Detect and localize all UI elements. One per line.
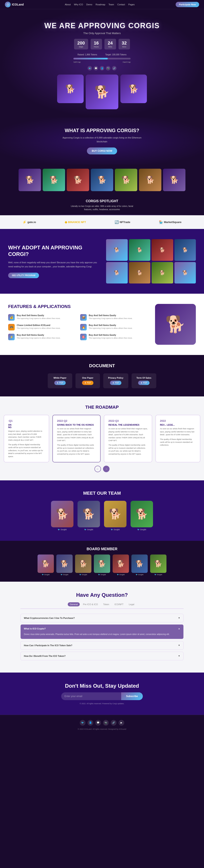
roadmap-q3-label: 2022-Q3 [108, 419, 148, 422]
board-member-3: 🐕 🐦 Dorgbit [75, 555, 91, 576]
nftrade-icon: 🔄 [115, 220, 119, 224]
roadmap-q4-extra: The quality of these digital membership … [160, 438, 196, 447]
footer-facebook[interactable]: 📘 [88, 720, 93, 726]
doc-onepaper-btn[interactable]: ⬇ PDF [82, 381, 94, 385]
doc-privacy-btn-label: PDF [115, 382, 119, 384]
team-twitter-handle-4: Dorgbit [140, 529, 146, 531]
team-title: MEET OUR TEAM [8, 491, 196, 496]
faq-tab-token[interactable]: Token [101, 602, 111, 607]
footer-youtube[interactable]: ▶ [118, 720, 124, 726]
nav-contact[interactable]: Contact [117, 3, 125, 6]
gallery-item: 🐕 [91, 169, 113, 191]
download-icon-4: ⬇ [141, 382, 142, 384]
faq-tab-preico[interactable]: Pre ICO & ICO [81, 602, 100, 607]
board-avatar-4: 🐕 [94, 555, 110, 573]
document-section: DOCUMENT White Paper ⬇ PDF One Paper ⬇ P… [0, 355, 204, 396]
nav-about[interactable]: About [65, 3, 71, 6]
board-section: BOARD MEMBER 🐕 🐦 Dorgbit 🐕 🐦 Dorgbit 🐕 🐦… [0, 541, 204, 582]
footer-social: 🐦 📘 💬 📷 🔗 ▶ [8, 720, 196, 726]
roadmap-navigation: ← → [0, 466, 204, 472]
partner-gate: ⚡ gate.io [23, 220, 36, 224]
roadmap-q3-subtitle: REVEAL THE LEGENDARIES [108, 424, 148, 426]
gallery-item: 🐕 [67, 169, 89, 191]
footer-twitter[interactable]: 🐦 [80, 720, 86, 726]
hero-corgi-2: 🐕 [86, 74, 118, 109]
logo[interactable]: ⬡ ICOLand [5, 2, 24, 7]
board-member-7: 🐕 🐦 Dorgbit [150, 555, 166, 576]
feature-4-desc: The Approving Corgi opens to allow other… [89, 327, 133, 330]
nav-demo[interactable]: Demo [86, 3, 92, 6]
corgi-gallery: 🐕 🐕 🐕 🐕 🐕 🐕 🐕 [0, 165, 204, 195]
faq-question-4-text: How Do I Benefit From The ICO Token? [24, 655, 66, 657]
doc-terms-btn[interactable]: ⬇ PDF [138, 381, 149, 385]
buy-corgi-button[interactable]: BUY CORGI NOW [87, 148, 117, 154]
team-member-2: 🐕 🐦 Dorgbit [77, 501, 100, 531]
why-grid-6: 🐕 [129, 262, 150, 284]
doc-card-privacy: Privacy Policy ⬇ PDF [103, 373, 128, 388]
faq-question-4[interactable]: How Do I Benefit From The ICO Token? ▼ [21, 652, 183, 660]
doc-privacy-title: Privacy Policy [108, 377, 124, 379]
what-is-title: WHAT IS APPROVING CORGIS? [4, 128, 200, 133]
why-adopt-title: WHY ADOPT AN APPROVING CORGI? [8, 245, 98, 257]
feature-4: 🔥 Buy And Sell Items Easily The Approvin… [80, 324, 149, 331]
gallery-item: 🐕 [115, 169, 137, 191]
hero-subtitle: The Only Approval That Matters [4, 32, 200, 35]
doc-whitepaper-btn[interactable]: ⬇ PDF [54, 381, 66, 385]
roadmap-q3-extra: The quality of these digital membership … [108, 443, 148, 456]
nav-roadmap[interactable]: Roadmap [96, 3, 105, 6]
faq-list: What Cryptocurrencies Can I Use To Purch… [21, 614, 183, 660]
faq-item-3: How Can I Participate In The ICO Token S… [21, 641, 183, 650]
board-avatar-5: 🐕 [113, 555, 129, 573]
faq-question-3[interactable]: How Can I Participate In The ICO Token S… [21, 641, 183, 649]
twitter-icon-1: 🐦 [58, 529, 60, 531]
doc-privacy-btn[interactable]: ⬇ PDF [110, 381, 122, 385]
nav-why-ico[interactable]: Why ICO [74, 3, 83, 6]
why-grid-2: 🐕 [129, 239, 150, 261]
social-telegram[interactable]: 💬 [94, 66, 98, 70]
roadmap-q2-label: 2022-Q2 [57, 419, 96, 422]
feature-3-title: Chase Limited Edition ICOLand [17, 324, 61, 327]
partner-marketsquare: 🏪 MarketSquare [159, 220, 181, 224]
why-adopt-section: WHY ADOPT AN APPROVING CORGI? Well, none… [0, 229, 204, 294]
feature-1-title: Buy And Sell Items Easily [17, 314, 61, 316]
why-adopt-image-grid: 🐕 🐕 🐕 🐕 🐕 🐕 🐕 🐕 [106, 239, 196, 283]
faq-tab-general[interactable]: General [68, 602, 80, 607]
roadmap-prev-button[interactable]: ← [95, 466, 101, 472]
social-twitter[interactable]: 🐦 [88, 66, 92, 70]
nav-team[interactable]: Team [108, 3, 114, 6]
nav-pages[interactable]: Pages [128, 3, 135, 6]
nav-cta-button[interactable]: Participate Now [176, 2, 199, 7]
footer-telegram[interactable]: 💬 [95, 720, 101, 726]
feature-6-title: Buy And Sell Items Easily [89, 334, 133, 336]
footer-instagram[interactable]: 📷 [103, 720, 109, 726]
utility-program-button[interactable]: SEE UTILITY PROGRAM [8, 273, 39, 278]
document-cards: White Paper ⬇ PDF One Paper ⬇ PDF Privac… [8, 373, 196, 388]
team-social-4: 🐦 Dorgbit [131, 529, 153, 531]
social-instagram[interactable]: 📷 [106, 66, 110, 70]
newsletter-subscribe-button[interactable]: Subscribe [121, 692, 143, 700]
board-member-5: 🐕 🐦 Dorgbit [113, 555, 129, 576]
team-avatar-1: 🐕 [51, 501, 73, 527]
faq-tab-legal[interactable]: Legal [127, 602, 136, 607]
social-linkedin[interactable]: 🔗 [112, 66, 116, 70]
footer-copyright: © 2022 ICOLand. All rights reserved. Des… [8, 728, 196, 730]
footer-linkedin[interactable]: 🔗 [111, 720, 116, 726]
newsletter-email-input[interactable] [61, 692, 121, 700]
roadmap-next-button[interactable]: → [103, 466, 109, 472]
hero-progress-area: Raised: 1,866 Tokens Target: 100,000 Tok… [4, 54, 200, 56]
stat-hours-num: 16 [94, 40, 99, 46]
what-is-description: Approving Corgis is a collection of 9,99… [61, 136, 143, 143]
hero-corgi-2-img: 🐕 [86, 74, 118, 109]
social-facebook[interactable]: 📘 [100, 66, 104, 70]
faq-tab-iconft[interactable]: ICO/NFT [112, 602, 126, 607]
faq-question-1[interactable]: What Cryptocurrencies Can I Use To Purch… [21, 614, 183, 622]
roadmap-q1-extra: The quality of these digital membership … [8, 443, 45, 458]
feature-6-desc: The Approving Corgi opens to allow other… [89, 337, 133, 340]
board-social-2: 🐦 Dorgbit [56, 574, 73, 576]
faq-question-2[interactable]: What is ICO Crypto? ▲ [21, 625, 183, 633]
hero-corgi-3-img: 🐕 [121, 74, 147, 103]
feature-1-icon: 💰 [8, 314, 15, 321]
roadmap-card-q2: 2022-Q2 GIVING BACK TO THE OG KONGS As s… [53, 415, 101, 462]
faq-chevron-2: ▲ [178, 627, 180, 630]
faq-answer-2: Donec risus dolor porta venenatis. Phare… [21, 633, 183, 639]
